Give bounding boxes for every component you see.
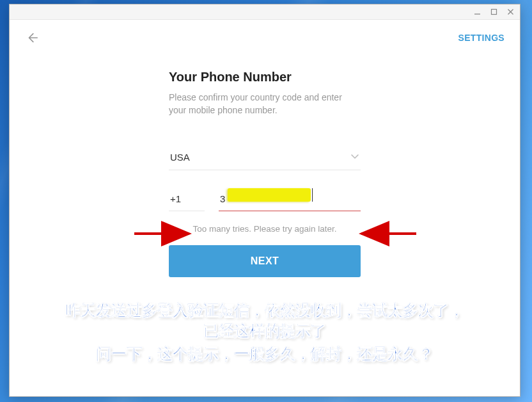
svg-rect-1 <box>491 10 496 15</box>
annotation-line-3: 问一下，这个提示，一般多久，解封，还是永久？ <box>10 344 520 364</box>
close-button[interactable] <box>506 8 515 17</box>
next-button[interactable]: NEXT <box>169 245 361 277</box>
maximize-button[interactable] <box>489 8 498 17</box>
settings-link[interactable]: SETTINGS <box>458 33 505 43</box>
country-select[interactable]: USA <box>169 148 361 170</box>
topbar: SETTINGS <box>10 20 520 56</box>
redaction-highlight <box>228 188 311 202</box>
minimize-button[interactable] <box>473 8 481 17</box>
text-cursor <box>312 188 313 202</box>
phone-number-wrap <box>219 189 361 211</box>
country-code-input[interactable] <box>169 189 205 211</box>
country-label: USA <box>170 152 190 163</box>
content: Your Phone Number Please confirm your co… <box>10 56 520 277</box>
phone-row <box>169 189 361 211</box>
back-button[interactable] <box>25 31 39 45</box>
chevron-down-icon <box>350 152 359 163</box>
page-subtitle: Please confirm your country code and ent… <box>169 91 361 117</box>
page-title: Your Phone Number <box>169 70 361 84</box>
phone-form: Your Phone Number Please confirm your co… <box>169 70 361 211</box>
app-window: SETTINGS Your Phone Number Please confir… <box>9 4 520 397</box>
annotation-line-1: 昨天发送过多登入验证短信，依然没收到，尝试太多次了， <box>10 300 520 321</box>
annotation-line-2: 已经这样的提示了 <box>10 321 520 341</box>
titlebar <box>10 4 520 20</box>
error-message: Too many tries. Please try again later. <box>192 224 336 234</box>
